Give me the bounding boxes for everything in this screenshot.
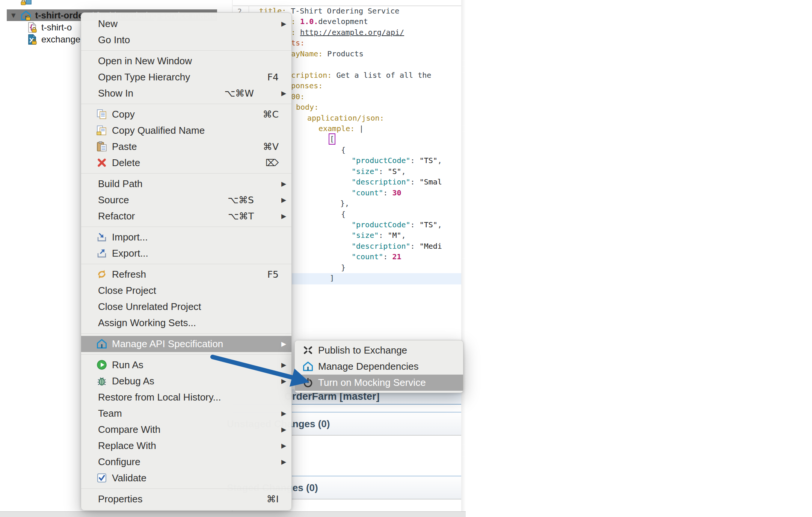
menu-item-properties[interactable]: Properties⌘I bbox=[81, 491, 291, 507]
menu-item-label: Debug As bbox=[112, 373, 154, 389]
menu-item-close-unrelated-project[interactable]: Close Unrelated Project bbox=[81, 299, 291, 315]
menu-item-shortcut: ⌘I bbox=[267, 491, 279, 507]
menu-item-label: Import... bbox=[112, 229, 148, 245]
menu-item-label: Run As bbox=[112, 357, 143, 373]
menu-item-show-in[interactable]: Show In⌥⌘W▶ bbox=[81, 85, 291, 101]
code-line-22: "productCode": "TS", bbox=[352, 220, 442, 231]
menu-item-shortcut: ⌥⌘W bbox=[224, 85, 254, 101]
code-line-4: : http://example.org/api/ bbox=[291, 28, 404, 39]
code-line-3: : 1.0.development bbox=[291, 17, 368, 28]
code-line-21: { bbox=[341, 210, 346, 221]
clipped-file-icon bbox=[21, 0, 32, 6]
code-line-11: body: bbox=[296, 103, 318, 113]
paste-icon bbox=[96, 141, 107, 152]
api-house-icon bbox=[302, 361, 314, 372]
submenu-item-turn-on-mocking-service[interactable]: Turn on Mocking Service bbox=[295, 375, 463, 391]
menu-item-new[interactable]: New▶ bbox=[81, 16, 291, 32]
matched-bracket: [ bbox=[330, 135, 334, 144]
submenu-item-publish-to-exchange[interactable]: Publish to Exchange bbox=[295, 342, 463, 358]
submenu-arrow-icon: ▶ bbox=[281, 176, 286, 192]
menu-separator bbox=[81, 104, 291, 104]
menu-item-label: Build Path bbox=[98, 176, 143, 192]
menu-separator bbox=[81, 333, 291, 334]
menu-item-label: Assign Working Sets... bbox=[98, 315, 196, 331]
menu-separator bbox=[81, 488, 291, 489]
menu-item-label: New bbox=[98, 16, 118, 32]
menu-item-label: Delete bbox=[112, 155, 140, 171]
delete-icon bbox=[96, 157, 107, 168]
menu-item-label: Close Project bbox=[98, 283, 156, 299]
menu-item-shortcut: ⌘C bbox=[263, 106, 279, 122]
submenu-item-manage-dependencies[interactable]: Manage Dependencies bbox=[295, 358, 463, 375]
menu-item-go-into[interactable]: Go Into bbox=[81, 32, 291, 48]
menu-item-copy-qualified-name[interactable]: Copy Qualified Name bbox=[81, 122, 291, 139]
code-line-5: ts: bbox=[291, 38, 305, 49]
menu-item-refactor[interactable]: Refactor⌥⌘T▶ bbox=[81, 208, 291, 224]
editor-top-border bbox=[233, 6, 461, 6]
menu-item-shortcut: ⌥⌘T bbox=[228, 208, 254, 224]
menu-item-label: Open Type Hierarchy bbox=[98, 69, 190, 85]
exchange-file-icon bbox=[26, 34, 38, 45]
code-line-24: "description": "Medi bbox=[352, 242, 442, 252]
menu-item-configure[interactable]: Configure▶ bbox=[81, 454, 291, 470]
menu-item-restore-from-local-history[interactable]: Restore from Local History... bbox=[81, 389, 291, 405]
code-line-9: ponses: bbox=[291, 81, 323, 92]
menu-item-paste[interactable]: Paste⌘V bbox=[81, 139, 291, 155]
menu-item-build-path[interactable]: Build Path▶ bbox=[81, 176, 291, 192]
menu-item-copy[interactable]: Copy⌘C bbox=[81, 106, 291, 122]
menu-item-export[interactable]: Export... bbox=[81, 245, 291, 262]
window-right-edge bbox=[461, 0, 466, 517]
menu-item-assign-working-sets[interactable]: Assign Working Sets... bbox=[81, 315, 291, 331]
menu-item-validate[interactable]: Validate bbox=[81, 470, 291, 486]
submenu-arrow-icon: ▶ bbox=[281, 405, 286, 422]
code-line-17: "size": "S", bbox=[352, 167, 406, 178]
menu-item-refresh[interactable]: RefreshF5 bbox=[81, 266, 291, 283]
code-line-20: }, bbox=[340, 199, 349, 210]
code-line-6: ayName: Products bbox=[291, 49, 364, 60]
menu-item-shortcut: F5 bbox=[267, 266, 279, 283]
tree-row-label: t-shirt-orde bbox=[35, 10, 83, 21]
menu-item-open-in-new-window[interactable]: Open in New Window bbox=[81, 53, 291, 69]
menu-item-label: Restore from Local History... bbox=[98, 389, 221, 405]
menu-item-debug-as[interactable]: Debug As▶ bbox=[81, 373, 291, 389]
exchange-icon bbox=[302, 345, 314, 356]
code-line-14: [ bbox=[330, 135, 334, 145]
menu-item-label: Paste bbox=[112, 139, 137, 155]
submenu-arrow-icon: ▶ bbox=[281, 208, 286, 224]
tree-row-label: t-shirt-o bbox=[41, 22, 72, 33]
menu-item-label: Refresh bbox=[112, 266, 146, 283]
api-house-icon bbox=[96, 338, 107, 349]
submenu-arrow-icon: ▶ bbox=[281, 438, 286, 454]
code-line-10: 00: bbox=[291, 92, 305, 103]
copy-icon bbox=[96, 109, 107, 120]
menu-item-delete[interactable]: Delete⌦ bbox=[81, 155, 291, 171]
code-line-18: "description": "Smal bbox=[352, 177, 442, 188]
menu-separator bbox=[81, 354, 291, 355]
submenu-arrow-icon: ▶ bbox=[281, 85, 286, 101]
menu-item-shortcut: F4 bbox=[267, 69, 279, 85]
menu-item-label: Go Into bbox=[98, 32, 130, 48]
api-project-icon bbox=[20, 10, 32, 21]
menu-item-label: Export... bbox=[112, 245, 148, 262]
menu-item-import[interactable]: Import... bbox=[81, 229, 291, 245]
code-line-19: "count": 30 bbox=[352, 188, 401, 199]
menu-item-run-as[interactable]: Run As▶ bbox=[81, 357, 291, 373]
menu-item-manage-api-specification[interactable]: Manage API Specification▶ bbox=[81, 336, 291, 352]
menu-item-open-type-hierarchy[interactable]: Open Type HierarchyF4 bbox=[81, 69, 291, 85]
menu-item-replace-with[interactable]: Replace With▶ bbox=[81, 438, 291, 454]
project-context-menu: New▶Go IntoOpen in New WindowOpen Type H… bbox=[81, 12, 292, 511]
refresh-icon bbox=[96, 269, 107, 280]
run-icon bbox=[96, 359, 107, 370]
menu-item-source[interactable]: Source⌥⌘S▶ bbox=[81, 192, 291, 208]
menu-item-team[interactable]: Team▶ bbox=[81, 405, 291, 422]
import-icon bbox=[96, 231, 107, 243]
lock-badge bbox=[26, 15, 30, 20]
menu-item-shortcut: ⌥⌘S bbox=[228, 192, 254, 208]
menu-separator bbox=[81, 173, 291, 174]
menu-item-label: Team bbox=[98, 405, 122, 422]
submenu-arrow-icon: ▶ bbox=[281, 336, 286, 352]
menu-item-close-project[interactable]: Close Project bbox=[81, 283, 291, 299]
expand-triangle-icon[interactable]: ▼ bbox=[11, 12, 16, 19]
menu-item-label: Turn on Mocking Service bbox=[318, 375, 426, 391]
menu-item-compare-with[interactable]: Compare With▶ bbox=[81, 422, 291, 438]
